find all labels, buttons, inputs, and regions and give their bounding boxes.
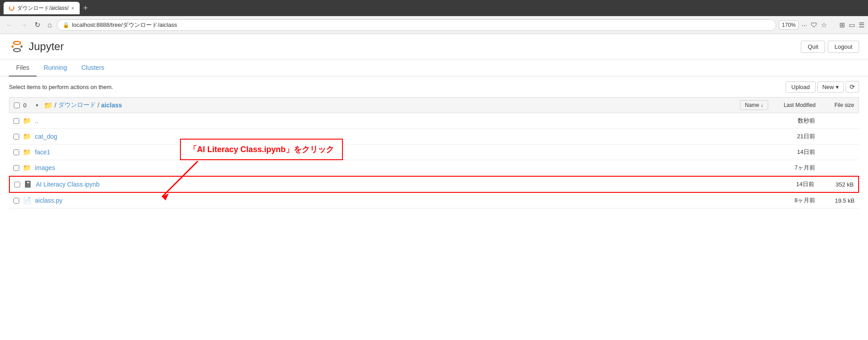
tab-spinner — [9, 5, 14, 11]
jupyter-logo: Jupyter — [9, 38, 64, 55]
python-icon-aiclass: 📄 — [23, 196, 31, 204]
breadcrumb-current: aiclass — [101, 102, 122, 109]
new-tab-button[interactable]: + — [81, 4, 90, 13]
more-options-icon[interactable]: ··· — [801, 21, 807, 29]
tab-close-button[interactable]: × — [71, 5, 74, 11]
file-modified-aiclass-py: 8ヶ月前 — [770, 196, 815, 204]
file-modified-images: 7ヶ月前 — [770, 164, 815, 172]
toolbar: Select items to perform actions on them.… — [0, 76, 868, 97]
jupyter-logo-icon — [9, 38, 25, 55]
checkbox-parent[interactable] — [13, 118, 19, 124]
breadcrumb-sep-0: / — [55, 102, 56, 109]
active-tab[interactable]: ダウンロード/aiclass/ × — [4, 2, 80, 14]
tab-clusters[interactable]: Clusters — [74, 60, 111, 76]
page-content: Jupyter Quit Logout Files Running Cluste… — [0, 34, 868, 340]
toolbar-right: Upload New ▾ ⟳ — [786, 81, 859, 93]
folder-icon-images: 📁 — [23, 164, 31, 172]
lock-icon: 🔒 — [63, 22, 69, 28]
breadcrumb-sep-1: / — [98, 102, 99, 109]
header-count: 0 — [23, 102, 32, 109]
sidebar-icon[interactable]: ⊞ — [839, 21, 845, 29]
folder-icon-face1: 📁 — [23, 148, 31, 156]
file-modified-cat-dog: 21日前 — [770, 132, 815, 140]
upload-button[interactable]: Upload — [786, 81, 816, 93]
tab-running[interactable]: Running — [37, 60, 74, 76]
col-filesize-header: File size — [818, 102, 854, 108]
file-row-ai-literacy: 📓 AI Literacy Class.ipynb 14日前 352 kB 「A… — [9, 176, 859, 193]
header-buttons: Quit Logout — [801, 41, 859, 53]
new-button[interactable]: New ▾ — [817, 81, 844, 93]
col-lastmod-header: Last Modified — [771, 102, 816, 108]
reload-button[interactable]: ↻ — [32, 20, 43, 30]
breadcrumb-download[interactable]: ダウンロード — [58, 101, 96, 109]
zoom-indicator: 170% — [779, 21, 799, 30]
file-row-aiclass-py: 📄 aiclass.py 8ヶ月前 19.5 kB — [9, 193, 859, 208]
tab-title: ダウンロード/aiclass/ — [17, 4, 68, 12]
header-dropdown[interactable]: ▾ — [36, 102, 38, 108]
checkbox-cat-dog[interactable] — [13, 134, 19, 140]
file-name-face1[interactable]: face1 — [35, 149, 767, 156]
file-name-parent[interactable]: .. — [35, 117, 767, 124]
checkbox-images[interactable] — [13, 165, 19, 171]
svg-point-0 — [13, 42, 21, 45]
checkbox-face1[interactable] — [13, 149, 19, 155]
file-name-ai-literacy[interactable]: AI Literacy Class.ipynb — [36, 181, 766, 188]
file-size-ai-literacy: 352 kB — [818, 181, 854, 188]
back-button[interactable]: ← — [4, 20, 15, 30]
logout-button[interactable]: Logout — [828, 41, 859, 53]
file-size-aiclass-py: 19.5 kB — [819, 197, 855, 204]
nav-right-icons: ··· 🛡 ☆ ⊞ ▭ ☰ — [801, 21, 864, 29]
address-text: localhost:8888/tree/ダウンロード/aiclass — [72, 21, 770, 29]
svg-point-1 — [13, 49, 21, 52]
file-name-aiclass-py[interactable]: aiclass.py — [35, 197, 767, 204]
file-row-parent: 📁 .. 数秒前 — [9, 113, 859, 129]
home-button[interactable]: ⌂ — [45, 20, 54, 30]
forward-button[interactable]: → — [18, 20, 30, 30]
sort-name-button[interactable]: Name ↓ — [740, 100, 768, 110]
file-modified-parent: 数秒前 — [770, 117, 815, 125]
folder-icon: 📁 — [44, 101, 53, 110]
toolbar-instruction: Select items to perform actions on them. — [9, 84, 113, 90]
jupyter-header: Jupyter Quit Logout — [0, 34, 868, 60]
tab-files[interactable]: Files — [9, 60, 37, 76]
quit-button[interactable]: Quit — [801, 41, 825, 53]
file-name-images[interactable]: images — [35, 164, 767, 171]
tabs-bar: Files Running Clusters — [0, 60, 868, 76]
folder-icon-parent: 📁 — [23, 117, 31, 125]
window-icon[interactable]: ▭ — [849, 21, 855, 29]
checkbox-aiclass-py[interactable] — [13, 198, 19, 204]
bookmark-icon[interactable]: ☆ — [821, 21, 827, 29]
checkbox-ai-literacy[interactable] — [14, 182, 20, 187]
folder-icon-cat-dog: 📁 — [23, 132, 31, 140]
file-list-header: 0 ▾ 📁 / ダウンロード / aiclass Name ↓ Last Mod… — [9, 97, 859, 113]
col-headers: Name ↓ Last Modified File size — [740, 100, 854, 110]
file-list-container: 0 ▾ 📁 / ダウンロード / aiclass Name ↓ Last Mod… — [0, 97, 868, 208]
file-row-images: 📁 images 7ヶ月前 — [9, 160, 859, 176]
file-row-face1: 📁 face1 14日前 — [9, 144, 859, 160]
file-name-cat-dog[interactable]: cat_dog — [35, 133, 767, 140]
svg-point-3 — [21, 46, 23, 48]
tab-bar: ダウンロード/aiclass/ × + — [4, 2, 90, 14]
select-all-checkbox[interactable] — [14, 102, 20, 108]
refresh-button[interactable]: ⟳ — [846, 81, 859, 93]
nav-bar: ← → ↻ ⌂ 🔒 localhost:8888/tree/ダウンロード/aic… — [0, 16, 868, 34]
file-row-cat-dog: 📁 cat_dog 21日前 — [9, 129, 859, 144]
file-modified-face1: 14日前 — [770, 148, 815, 156]
file-modified-ai-literacy: 14日前 — [770, 180, 814, 188]
notebook-icon-ai-literacy: 📓 — [24, 180, 32, 188]
menu-icon[interactable]: ☰ — [859, 21, 864, 29]
jupyter-logo-text: Jupyter — [29, 40, 64, 53]
browser-chrome: ダウンロード/aiclass/ × + — [0, 0, 868, 16]
breadcrumb: 📁 / ダウンロード / aiclass — [42, 101, 736, 110]
shield-icon: 🛡 — [811, 21, 817, 29]
address-bar[interactable]: 🔒 localhost:8888/tree/ダウンロード/aiclass — [57, 19, 776, 31]
svg-point-2 — [12, 46, 14, 48]
